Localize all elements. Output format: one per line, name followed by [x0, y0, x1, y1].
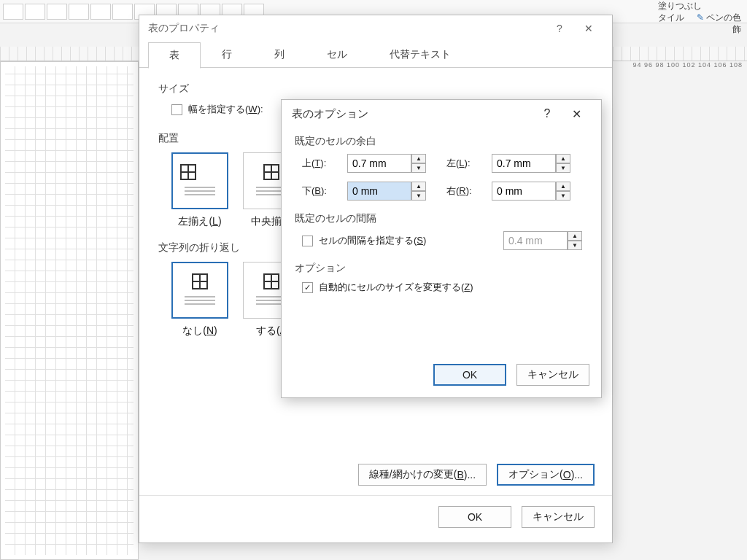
margin-bottom-label: 下(B): — [302, 184, 343, 198]
tab-table[interactable]: 表 — [148, 42, 201, 69]
margin-bottom-input[interactable]: ▲▼ — [347, 182, 432, 201]
subdialog-ok-button[interactable]: OK — [433, 364, 506, 386]
size-section-label: サイズ — [158, 82, 593, 96]
document-table-area — [0, 61, 139, 560]
dialog-cancel-button[interactable]: キャンセル — [522, 506, 595, 528]
ruler-numbers: 94 96 98 100 102 104 106 108 — [632, 61, 743, 69]
subdialog-title: 表のオプション — [292, 107, 368, 121]
subdialog-cancel-button[interactable]: キャンセル — [516, 364, 589, 386]
tab-row[interactable]: 行 — [201, 42, 253, 68]
ribbon-labels: 塗りつぶし タイル ✎ ペンの色 飾 — [658, 0, 741, 35]
spin-down-icon[interactable]: ▼ — [556, 163, 570, 173]
tab-alt-text[interactable]: 代替テキスト — [368, 42, 472, 68]
close-icon[interactable]: ✕ — [574, 15, 603, 42]
default-spacing-label: 既定のセルの間隔 — [295, 212, 588, 225]
margin-right-input[interactable]: ▲▼ — [492, 182, 576, 201]
default-margins-label: 既定のセルの余白 — [295, 135, 588, 148]
cell-spacing-checkbox[interactable]: セルの間隔を指定する(S) — [302, 234, 426, 247]
specify-width-checkbox[interactable]: 幅を指定する(W): — [171, 103, 263, 116]
spin-down-icon[interactable]: ▼ — [411, 191, 426, 201]
wrap-none-label: なし(N) — [171, 324, 228, 338]
spin-up-icon[interactable]: ▲ — [411, 182, 426, 191]
tab-bar: 表 行 列 セル 代替テキスト — [139, 42, 612, 68]
margin-top-input[interactable]: ▲▼ — [347, 154, 432, 173]
tab-cell[interactable]: セル — [306, 42, 368, 68]
spin-down-icon[interactable]: ▼ — [556, 191, 570, 201]
subdialog-close-icon[interactable]: ✕ — [562, 100, 591, 128]
spin-up-icon[interactable]: ▲ — [411, 154, 426, 163]
margin-left-label: 左(L): — [446, 157, 487, 170]
wrap-none-option[interactable] — [171, 262, 228, 319]
options-button[interactable]: オプション(O)... — [497, 464, 595, 486]
borders-shading-button[interactable]: 線種/網かけの変更(B)... — [358, 464, 487, 486]
subdialog-help-icon[interactable]: ? — [533, 100, 562, 128]
help-icon[interactable]: ? — [545, 15, 574, 42]
spin-down-icon[interactable]: ▼ — [568, 241, 582, 250]
cell-spacing-input[interactable]: ▲▼ — [503, 231, 588, 250]
table-options-dialog: 表のオプション ? ✕ 既定のセルの余白 上(T): ▲▼ 左(L): ▲▼ 下… — [281, 99, 602, 398]
spin-up-icon[interactable]: ▲ — [568, 231, 582, 241]
spin-up-icon[interactable]: ▲ — [556, 154, 570, 163]
options-group-label: オプション — [295, 262, 588, 275]
margin-right-label: 右(R): — [446, 184, 487, 198]
margin-left-input[interactable]: ▲▼ — [492, 154, 576, 173]
dialog-title: 表のプロパティ — [148, 22, 220, 35]
dialog-ok-button[interactable]: OK — [438, 506, 511, 528]
align-left-label: 左揃え(L) — [171, 215, 228, 228]
tab-col[interactable]: 列 — [253, 42, 306, 68]
auto-resize-checkbox[interactable]: ✓ 自動的にセルのサイズを変更する(Z) — [302, 281, 473, 294]
align-left-option[interactable] — [171, 152, 228, 209]
margin-top-label: 上(T): — [302, 157, 343, 170]
spin-down-icon[interactable]: ▼ — [411, 163, 426, 173]
spin-up-icon[interactable]: ▲ — [556, 182, 570, 191]
